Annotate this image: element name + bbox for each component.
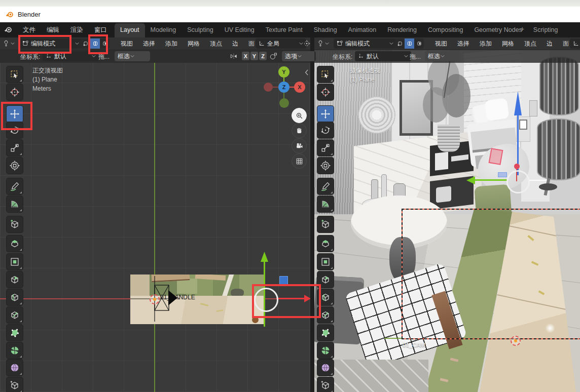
tool-loop-cut[interactable]	[7, 289, 23, 305]
tool-transform[interactable]	[7, 158, 23, 174]
gizmo-x-axis-dot[interactable]	[514, 164, 520, 169]
viewport-menu--[interactable]: 选择	[452, 37, 475, 50]
tool-edge-slide[interactable]	[317, 377, 334, 392]
tool-spin[interactable]	[7, 342, 23, 359]
mode-dropdown[interactable]: 编辑模式	[334, 38, 396, 49]
tool-knife[interactable]	[7, 307, 23, 323]
orientation-dropdown[interactable]	[570, 38, 580, 49]
gizmo-y-arrow-head[interactable]	[261, 252, 268, 262]
gizmo-plane-handle-x[interactable]	[489, 148, 503, 165]
tool-poly-build[interactable]	[7, 325, 23, 341]
tool-move[interactable]	[317, 106, 334, 122]
tab-rendering[interactable]: Rendering	[382, 23, 422, 37]
viewport-menu--[interactable]: 网格	[183, 37, 205, 50]
gizmo-y-arrow-stem-cam[interactable]	[475, 179, 507, 181]
axis-gizmo-z-ball[interactable]: Z	[278, 82, 289, 93]
tool-select-box[interactable]	[317, 66, 334, 83]
tab-texture-paint[interactable]: Texture Paint	[260, 23, 308, 37]
blender-menu-icon[interactable]	[4, 25, 13, 34]
tool-bevel[interactable]	[7, 271, 23, 288]
tab-animation[interactable]: Animation	[343, 23, 382, 37]
axis-gizmo-y-neg-ball[interactable]	[279, 98, 289, 108]
world-y-axis-segment	[384, 338, 402, 339]
drag-mode-dropdown[interactable]: 框选	[425, 51, 460, 61]
vertex-select-icon	[396, 40, 404, 47]
tab-scripting[interactable]: Scripting	[528, 23, 564, 37]
orientation-dropdown[interactable]: 全局	[256, 38, 306, 49]
tab-modeling[interactable]: Modeling	[145, 23, 182, 37]
tool-inset-faces[interactable]	[7, 254, 23, 270]
viewport-menu--[interactable]: 边	[227, 37, 243, 50]
tool-poly-build[interactable]	[317, 325, 334, 341]
sidebar-collapse-icon[interactable]	[303, 69, 310, 76]
select-mode-buttons	[395, 38, 424, 49]
tool-smooth[interactable]	[317, 360, 334, 376]
zoom-button[interactable]	[292, 108, 307, 123]
tool-smooth[interactable]	[7, 360, 23, 376]
gizmo-center-ring-cam[interactable]	[506, 170, 530, 193]
tool-inset-faces[interactable]	[317, 254, 334, 270]
tool-select-box[interactable]	[7, 66, 23, 83]
add-workspace-button[interactable]: +	[516, 22, 528, 36]
mirror-toggle-x[interactable]: X	[242, 52, 249, 60]
tool-extrude-region[interactable]	[7, 236, 23, 252]
pan-button[interactable]	[292, 123, 307, 138]
tool-add-cube[interactable]	[317, 216, 334, 232]
tool-add-cube[interactable]	[7, 216, 23, 232]
mirror-toggle-z[interactable]: Z	[259, 52, 267, 60]
proportional-edit-icon[interactable]	[269, 52, 278, 61]
axes-icon	[258, 40, 265, 47]
workspace-tabs: LayoutModelingSculptingUV EditingTexture…	[115, 22, 564, 37]
tool-measure[interactable]	[7, 196, 23, 212]
tab-shading[interactable]: Shading	[308, 23, 343, 37]
tool-transform[interactable]	[317, 158, 334, 174]
mirror-toggle-y[interactable]: Y	[250, 52, 258, 60]
tool-annotate[interactable]	[7, 178, 23, 194]
viewport-camera-persp[interactable]: 01_CAM 摄像机透视 (1) Plane	[314, 50, 580, 392]
options-dropdown[interactable]: 选项	[282, 51, 316, 61]
editor-type-button[interactable]	[2, 39, 15, 48]
face-select-button[interactable]	[414, 38, 424, 49]
viewport-menu--[interactable]: 顶点	[205, 37, 227, 50]
window-titlebar[interactable]: Blender	[0, 7, 580, 23]
viewport-menu--[interactable]: 视图	[430, 37, 452, 50]
mirror-icon[interactable]	[229, 52, 238, 61]
gizmo-plane-handle[interactable]	[279, 276, 288, 285]
drag-mode-dropdown[interactable]: 框选	[115, 51, 150, 61]
axis-gizmo-x-neg-ball[interactable]	[264, 83, 273, 92]
tool-spin[interactable]	[317, 342, 334, 359]
tab-sculpting[interactable]: Sculpting	[182, 23, 219, 37]
tab-layout[interactable]: Layout	[115, 23, 145, 37]
axis-gizmo-y-ball[interactable]: Y	[278, 66, 289, 77]
mirror-axis-toggles: XYZ	[242, 52, 268, 60]
tool-extrude-region[interactable]	[317, 236, 334, 252]
tool-annotate[interactable]	[317, 178, 334, 194]
ortho-toggle-button[interactable]	[292, 153, 307, 169]
editor-type-button[interactable]	[316, 39, 330, 48]
viewport-menu--[interactable]: 添加	[475, 37, 497, 50]
blender-window: Blender 文件编辑渲染窗口帮助 LayoutModelingSculpti…	[0, 0, 580, 392]
vertex-select-button[interactable]	[395, 38, 405, 49]
tool-edge-slide[interactable]	[7, 377, 23, 392]
tool-scale[interactable]	[317, 140, 334, 156]
tool-rotate[interactable]	[317, 122, 334, 138]
axis-gizmo-x-ball[interactable]: X	[294, 82, 305, 93]
pivot-point-icon[interactable]	[303, 40, 311, 48]
tool-scale[interactable]	[7, 140, 23, 156]
viewport-menu--[interactable]: 边	[541, 37, 558, 50]
viewport-menu--[interactable]: 顶点	[519, 37, 541, 50]
tab-uv-editing[interactable]: UV Editing	[219, 23, 260, 37]
camera-view-button[interactable]	[292, 138, 307, 153]
edge-select-button[interactable]	[405, 38, 414, 49]
coord-system-dropdown[interactable]: 默认	[355, 51, 411, 61]
tool-cursor[interactable]	[317, 84, 334, 100]
viewport-menu--[interactable]: 添加	[160, 37, 183, 50]
tool-measure[interactable]	[317, 196, 334, 212]
tab-compositing[interactable]: Compositing	[422, 23, 468, 37]
viewport-menu--[interactable]: 网格	[497, 37, 519, 50]
viewport-top-ortho[interactable]: 01_HANDLE 正交顶视图 (1) Plane Meters Y X Z	[0, 50, 310, 392]
viewport-menu--[interactable]: 视图	[116, 37, 138, 50]
viewport-menu--[interactable]: 选择	[138, 37, 160, 50]
tool-cursor[interactable]	[7, 84, 23, 100]
gizmo-plane-handle-z[interactable]	[498, 172, 507, 177]
